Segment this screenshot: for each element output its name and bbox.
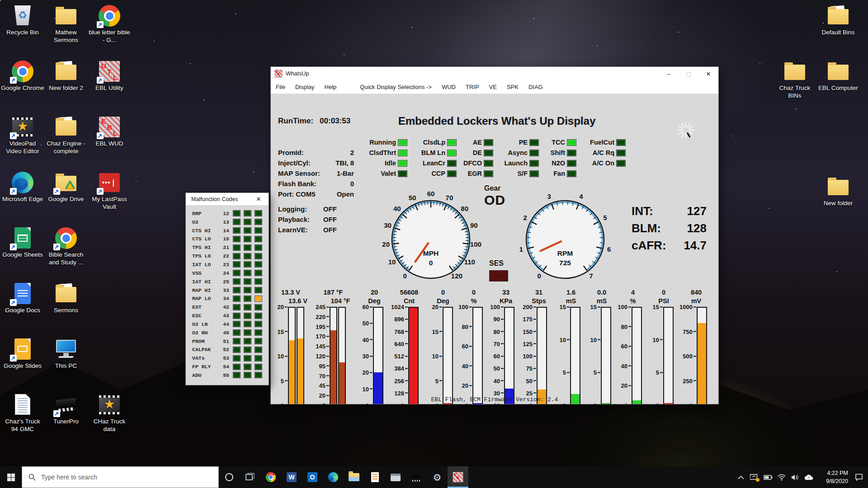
- menu-file[interactable]: File: [271, 84, 290, 90]
- bar-meter-panel: 13.3 V13.6 V20151050IGNPMP187 °F104 °F24…: [274, 288, 717, 404]
- taskbar-search[interactable]: [22, 466, 219, 488]
- taskbar-icon-edge[interactable]: [323, 466, 344, 488]
- info-flash-bank: Flash Bank:0: [278, 178, 354, 189]
- whatsup-titlebar[interactable]: EBL WhatsUp – ▢ ✕: [271, 67, 718, 80]
- taskbar-icon-ebl-whatsup[interactable]: EBL: [448, 466, 468, 488]
- action-center-button[interactable]: [850, 466, 868, 488]
- menu-diag[interactable]: DIAG: [524, 84, 548, 90]
- taskbar-icon-tunerpro[interactable]: [406, 466, 427, 488]
- malfunction-close-button[interactable]: ✕: [249, 193, 269, 205]
- scale-tick: 220: [316, 313, 326, 320]
- desktop-icon-blue-letter-bible-g[interactable]: blue letter bible - G...: [88, 5, 131, 44]
- status-led-ae: [484, 139, 493, 146]
- tray-sync-display[interactable]: [748, 466, 761, 488]
- desktop-icon-tunerpro[interactable]: TunerPro: [44, 394, 88, 426]
- tray-battery[interactable]: [761, 466, 775, 488]
- menu-wud[interactable]: WUD: [437, 84, 461, 90]
- desktop-icon-google-slides[interactable]: Google Slides: [1, 338, 44, 370]
- desktop-icon-google-chrome[interactable]: Google Chrome: [1, 60, 44, 92]
- field-label: PromId:: [278, 147, 304, 158]
- desktop-icon-sermons[interactable]: Sermons: [44, 282, 88, 314]
- malf-led: [255, 287, 262, 293]
- status-label: Idle: [385, 160, 396, 167]
- meter-scale: 24522019517014512095704520-5: [316, 307, 330, 404]
- desktop-icon-this-pc[interactable]: This PC: [44, 338, 88, 370]
- status-launch: Launch: [497, 159, 539, 167]
- meter-value: 33: [491, 288, 521, 297]
- taskbar-icon-app-document[interactable]: [364, 466, 385, 488]
- meter-fill: [289, 340, 295, 404]
- desktop-icon-chaz-truck-data[interactable]: ★CHaz Truck data: [88, 394, 131, 433]
- menu-help[interactable]: Help: [320, 84, 342, 90]
- desktop-icon-new-folder[interactable]: New folder: [816, 175, 860, 207]
- desktop-icon-label: Chaz's Truck 94 GMC: [1, 418, 44, 433]
- desktop-icon-google-sheets[interactable]: Google Sheets: [1, 227, 44, 259]
- tray-volume[interactable]: [788, 466, 802, 488]
- maximize-button[interactable]: ▢: [679, 67, 698, 80]
- desktop-icon-ebl-wud[interactable]: EBLEBL WUD: [88, 116, 131, 148]
- readout-value: 128: [687, 220, 707, 237]
- start-button[interactable]: [0, 466, 22, 488]
- status-led-n2o: [567, 160, 576, 167]
- cortana-button[interactable]: [219, 466, 240, 488]
- malf-code-number: 51: [220, 338, 229, 344]
- svg-text:30: 30: [384, 221, 392, 229]
- desktop-icon-ebl-computer[interactable]: EBL Computer: [816, 60, 860, 92]
- svg-text:0: 0: [403, 272, 406, 280]
- desktop-icon-recycle-bin[interactable]: ♻Recycle Bin: [1, 5, 44, 37]
- taskbar-clock[interactable]: 4:22 PM 9/8/2020: [816, 469, 850, 485]
- desktop-icon-google-docs[interactable]: Google Docs: [1, 282, 44, 314]
- status-led-shift: [567, 150, 576, 156]
- menu-trip[interactable]: TRIP: [461, 84, 484, 90]
- malfunction-titlebar[interactable]: Malfunction Codes ✕: [186, 193, 269, 205]
- svg-text:100: 100: [470, 240, 481, 248]
- close-button[interactable]: ✕: [698, 67, 718, 80]
- malf-code-number: 55: [220, 372, 229, 378]
- malf-led: [244, 287, 251, 293]
- desktop-icon-microsoft-edge[interactable]: Microsoft Edge: [1, 171, 44, 203]
- meter-fill: [473, 403, 482, 404]
- desktop-icon-chaz-s-truck-94-gmc[interactable]: Chaz's Truck 94 GMC: [1, 394, 44, 433]
- scale-tick: 10: [363, 385, 369, 392]
- scale-tick: 30: [363, 353, 369, 360]
- taskbar-icon-settings[interactable]: ⚙: [427, 466, 448, 488]
- taskbar-icon-outlook[interactable]: O: [302, 466, 323, 488]
- taskbar-icon-file-explorer[interactable]: [344, 466, 364, 488]
- menu-quick-display-selections[interactable]: Quick Display Selections ->: [355, 84, 437, 90]
- scale-tick: 20: [278, 304, 284, 310]
- scale-tick: 15: [278, 328, 284, 335]
- chrome-icon: [54, 227, 78, 249]
- menu-spk[interactable]: SPK: [502, 84, 524, 90]
- menu-display[interactable]: Display: [290, 84, 320, 90]
- taskbar-icon-app-window[interactable]: [385, 466, 406, 488]
- desktop-icon-mathew-sermons[interactable]: Mathew Sermons: [44, 5, 88, 44]
- malf-code-number: 45: [220, 330, 229, 336]
- search-input[interactable]: [40, 473, 194, 481]
- desktop-icon-videopad-video-editor[interactable]: ★VideoPad Video Editor: [1, 116, 44, 155]
- minimize-button[interactable]: –: [659, 67, 679, 80]
- malf-led: [244, 244, 251, 251]
- taskbar-icon-word[interactable]: W: [281, 466, 302, 488]
- tray-onedrive[interactable]: [802, 466, 816, 488]
- desktop-icon-bible-search-and-study[interactable]: Bible Search and Study ...: [44, 227, 88, 267]
- svg-text:4: 4: [579, 192, 583, 200]
- status-label: LeanCr: [423, 160, 445, 167]
- task-view-button[interactable]: [240, 466, 260, 488]
- scale-tick: 20: [432, 304, 439, 310]
- desktop-icon-new-folder-2[interactable]: New folder 2: [44, 60, 88, 92]
- malf-row-fp-rly: FP RLY54: [192, 362, 269, 371]
- tray-overflow-chevron[interactable]: [734, 466, 748, 488]
- menu-ve[interactable]: VE: [484, 84, 502, 90]
- desktop-icon-ebl-utility[interactable]: UTLEBL Utility: [88, 60, 131, 92]
- tray-wifi[interactable]: [775, 466, 788, 488]
- malf-row-adu: ADU55: [192, 371, 269, 380]
- taskbar-icon-chrome[interactable]: [260, 466, 281, 488]
- desktop-icon-chaz-engine-complete[interactable]: Chaz Engine - complete: [44, 116, 88, 155]
- desktop-icon-my-lastpass-vault[interactable]: •••❘My LastPass Vault: [88, 171, 131, 211]
- meter-fill: [664, 403, 673, 404]
- desktop-icon-google-drive[interactable]: Google Drive: [44, 171, 88, 203]
- scale-tick: 120: [316, 353, 326, 360]
- pinned-apps: WO⚙EBL: [260, 466, 468, 488]
- desktop-icon-default-bins[interactable]: Default Bins: [816, 5, 860, 37]
- desktop-icon-chaz-truck-bins[interactable]: Chaz Truck BINs: [773, 60, 816, 100]
